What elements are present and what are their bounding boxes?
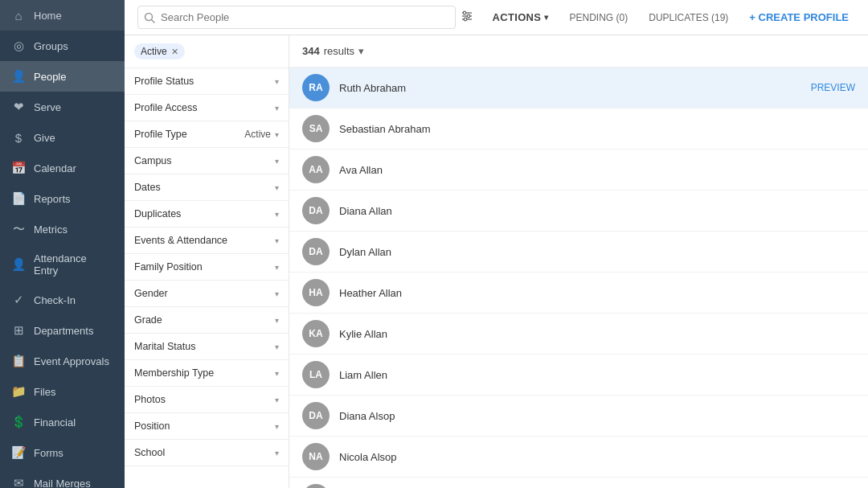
sidebar-item-home[interactable]: ⌂ Home: [0, 0, 125, 31]
avatar: NA: [302, 443, 330, 470]
filter-row[interactable]: Family Position ▾: [125, 254, 289, 280]
topbar-actions: ACTIONS ▾ PENDING (0) DUPLICATES (19) + …: [486, 7, 855, 27]
avatar: DA: [302, 402, 330, 429]
chevron-down-icon: ▾: [275, 289, 279, 298]
sidebar-item-calendar[interactable]: 📅 Calendar: [0, 153, 125, 183]
avatar: KA: [302, 320, 330, 347]
filter-group-dates: Dates ▾: [125, 174, 289, 201]
pending-button[interactable]: PENDING (0): [563, 8, 635, 27]
filter-row[interactable]: Position ▾: [125, 413, 289, 439]
table-row[interactable]: KA Kylie Allan: [289, 314, 868, 355]
preview-label[interactable]: PREVIEW: [811, 82, 855, 93]
table-row[interactable]: RA Ruth Abraham PREVIEW: [289, 68, 868, 109]
filter-group-membership-type: Membership Type ▾: [125, 360, 289, 387]
filter-label: Family Position: [134, 261, 203, 273]
sidebar-item-reports[interactable]: 📄 Reports: [0, 183, 125, 214]
filter-group-duplicates: Duplicates ▾: [125, 201, 289, 228]
filter-row[interactable]: Grade ▾: [125, 307, 289, 333]
people-list: RA Ruth Abraham PREVIEW SA Sebastian Abr…: [289, 68, 868, 488]
table-row[interactable]: HA Heather Allan: [289, 273, 868, 314]
avatar: SA: [302, 484, 330, 488]
people-list-area: 344 results ▾ RA Ruth Abraham PREVIEW SA…: [289, 35, 868, 488]
sidebar-item-label: Mail Merges: [34, 478, 91, 489]
filter-row[interactable]: Gender ▾: [125, 281, 289, 306]
filter-row[interactable]: Marital Status ▾: [125, 334, 289, 359]
avatar: DA: [302, 197, 330, 224]
serve-icon: ❤: [11, 100, 26, 114]
filter-label: Grade: [134, 314, 162, 326]
filter-label: Photos: [134, 394, 166, 405]
table-row[interactable]: SA Steven Alsop: [289, 478, 868, 488]
sidebar-item-financial[interactable]: 💲 Financial: [0, 407, 125, 437]
filter-section-profile-status: Profile Status ▾: [125, 68, 289, 95]
sidebar-item-label: Home: [34, 10, 62, 22]
metrics-icon: 〜: [11, 222, 26, 236]
sidebar-item-label: Calendar: [34, 162, 76, 174]
main-filter-sections: Profile Status ▾ Profile Access ▾ Profil…: [125, 68, 289, 148]
filter-row[interactable]: Photos ▾: [125, 387, 289, 412]
avatar: AA: [302, 156, 330, 183]
financial-icon: 💲: [11, 415, 26, 429]
mail-merges-icon: ✉: [11, 476, 26, 488]
sidebar-item-mail-merges[interactable]: ✉ Mail Merges: [0, 468, 125, 488]
chevron-down-icon: ▾: [275, 316, 279, 325]
departments-icon: ⊞: [11, 323, 26, 338]
sidebar-item-label: Forms: [34, 447, 63, 459]
sidebar-item-forms[interactable]: 📝 Forms: [0, 437, 125, 468]
sidebar-item-label: Departments: [34, 325, 93, 337]
filter-label: Events & Attendance: [134, 235, 227, 246]
table-row[interactable]: NA Nicola Alsop: [289, 437, 868, 478]
filter-label: Duplicates: [134, 208, 181, 219]
sidebar-item-files[interactable]: 📁 Files: [0, 376, 125, 407]
sidebar-item-check-in[interactable]: ✓ Check-In: [0, 285, 125, 315]
topbar: ACTIONS ▾ PENDING (0) DUPLICATES (19) + …: [125, 0, 868, 35]
filter-group-grade: Grade ▾: [125, 307, 289, 334]
filter-row[interactable]: Profile Type Active ▾: [125, 121, 289, 147]
filter-row[interactable]: Membership Type ▾: [125, 360, 289, 386]
table-row[interactable]: DA Diana Allan: [289, 191, 868, 232]
sidebar-item-people[interactable]: 👤 People: [0, 61, 125, 92]
sidebar-item-event-approvals[interactable]: 📋 Event Approvals: [0, 346, 125, 376]
filter-row[interactable]: Campus ▾: [125, 148, 289, 174]
sidebar-item-serve[interactable]: ❤ Serve: [0, 92, 125, 122]
filter-row[interactable]: Dates ▾: [125, 174, 289, 200]
table-row[interactable]: DA Diana Alsop: [289, 396, 868, 437]
avatar: HA: [302, 279, 330, 306]
table-row[interactable]: LA Liam Allen: [289, 355, 868, 396]
filter-row[interactable]: Duplicates ▾: [125, 201, 289, 227]
results-header: 344 results ▾: [289, 35, 868, 68]
actions-button[interactable]: ACTIONS ▾: [486, 7, 555, 27]
filter-row[interactable]: Events & Attendance ▾: [125, 228, 289, 253]
sidebar-item-groups[interactable]: ◎ Groups: [0, 31, 125, 61]
sidebar-item-label: Metrics: [34, 223, 68, 236]
filter-group-family-position: Family Position ▾: [125, 254, 289, 281]
filter-group-school: School ▾: [125, 440, 289, 466]
table-row[interactable]: DA Dylan Allan: [289, 232, 868, 273]
filter-value: Active: [244, 129, 271, 140]
sidebar-item-give[interactable]: $ Give: [0, 122, 125, 153]
filter-row[interactable]: Profile Status ▾: [125, 68, 289, 94]
table-row[interactable]: SA Sebastian Abraham: [289, 109, 868, 150]
filter-label: Position: [134, 420, 170, 432]
results-count: 344: [302, 45, 320, 57]
svg-point-6: [467, 14, 470, 18]
filter-label: Membership Type: [134, 367, 214, 379]
results-dropdown-icon[interactable]: ▾: [358, 45, 364, 57]
person-name: Diana Alsop: [339, 410, 395, 422]
sidebar-item-departments[interactable]: ⊞ Departments: [0, 315, 125, 346]
sidebar-item-attendance-entry[interactable]: 👤 Attendance Entry: [0, 244, 125, 285]
search-input[interactable]: [137, 6, 456, 29]
filter-group-campus: Campus ▾: [125, 148, 289, 174]
results-label: results: [324, 45, 354, 57]
sidebar-item-metrics[interactable]: 〜 Metrics: [0, 214, 125, 244]
calendar-icon: 📅: [11, 161, 26, 175]
create-profile-button[interactable]: + CREATE PROFILE: [743, 7, 855, 27]
remove-active-filter-button[interactable]: ✕: [171, 47, 178, 57]
person-name: Kylie Allan: [339, 328, 387, 340]
filter-row[interactable]: Profile Access ▾: [125, 95, 289, 121]
filter-icon-button[interactable]: [456, 6, 478, 28]
table-row[interactable]: AA Ava Allan: [289, 150, 868, 191]
filter-row[interactable]: School ▾: [125, 440, 289, 465]
duplicates-button[interactable]: DUPLICATES (19): [642, 8, 735, 27]
chevron-down-icon: ▾: [275, 210, 279, 219]
